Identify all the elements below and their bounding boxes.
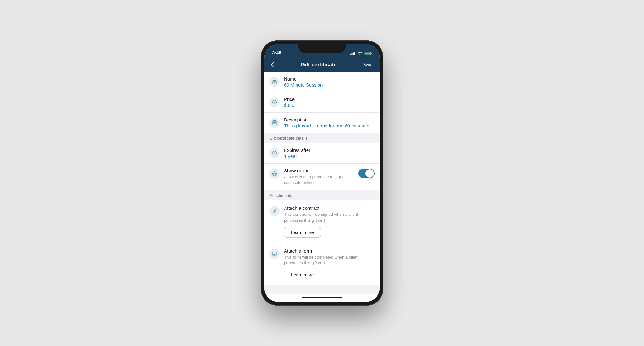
back-button[interactable] xyxy=(269,61,275,69)
section-header-attachments: Attachments xyxy=(264,190,380,200)
toggle-container[interactable] xyxy=(358,168,375,178)
description-content: Description This gift card is good for o… xyxy=(284,117,375,128)
svg-rect-2 xyxy=(353,53,354,56)
attach-form-inner: Attach a form This form will be complete… xyxy=(269,248,375,285)
status-time: 3:45 xyxy=(272,50,281,55)
name-row[interactable]: Name 60 Minute Session xyxy=(264,72,380,92)
status-icons xyxy=(350,52,372,55)
price-row[interactable]: $ Price $350 xyxy=(264,92,380,113)
phone-screen: 3:45 xyxy=(264,44,380,302)
contract-icon xyxy=(272,209,277,214)
svg-rect-1 xyxy=(352,53,353,55)
price-icon-container: $ xyxy=(269,97,280,107)
description-icon-container xyxy=(269,118,280,128)
svg-text:$: $ xyxy=(274,101,275,104)
battery-icon xyxy=(364,52,372,55)
form-learn-more-button[interactable]: Learn more xyxy=(284,270,321,280)
attach-form-content: Attach a form This form will be complete… xyxy=(284,248,375,285)
expires-value: 1 year xyxy=(284,153,375,159)
name-label: Name xyxy=(284,76,375,81)
attach-form-label: Attach a form xyxy=(284,248,375,254)
description-icon xyxy=(272,120,277,125)
attach-form-subtext: This form will be completed when a clien… xyxy=(284,254,375,266)
show-online-toggle[interactable] xyxy=(358,169,375,178)
attach-contract-label: Attach a contract xyxy=(284,205,375,211)
show-online-row[interactable]: Show online Allow clients to purchase th… xyxy=(264,164,380,190)
show-online-label: Show online xyxy=(284,168,354,173)
price-label: Price xyxy=(284,97,375,102)
svg-rect-5 xyxy=(365,53,370,55)
price-content: Price $350 xyxy=(284,97,375,108)
wifi-icon xyxy=(357,52,362,55)
phone-frame: 3:45 xyxy=(261,40,383,306)
notch xyxy=(298,44,346,53)
attach-contract-inner: Attach a contract This contract will be … xyxy=(269,205,375,243)
expires-label: Expires after xyxy=(284,148,375,153)
gift-icon xyxy=(272,79,277,84)
attach-contract-row[interactable]: Attach a contract This contract will be … xyxy=(264,200,380,243)
name-content: Name 60 Minute Session xyxy=(284,76,375,87)
show-online-content: Show online Allow clients to purchase th… xyxy=(284,168,354,186)
bottom-spacer xyxy=(264,285,380,293)
show-online-icon-container xyxy=(269,169,280,179)
save-button[interactable]: Save xyxy=(362,62,375,68)
signal-icon xyxy=(350,52,355,55)
name-icon-container xyxy=(269,77,280,87)
dollar-icon: $ xyxy=(272,100,277,105)
attach-form-row[interactable]: Attach a form This form will be complete… xyxy=(264,243,380,285)
name-value: 60 Minute Session xyxy=(284,82,375,87)
description-row[interactable]: Description This gift card is good for o… xyxy=(264,113,380,133)
nav-title: Gift certificate xyxy=(301,62,336,68)
form-icon-container xyxy=(269,249,280,259)
home-bar xyxy=(302,297,342,298)
svg-rect-3 xyxy=(354,52,355,55)
back-icon xyxy=(271,62,274,67)
price-value: $350 xyxy=(284,103,375,108)
clock-icon xyxy=(272,151,277,156)
svg-rect-0 xyxy=(350,54,351,55)
contract-learn-more-button[interactable]: Learn more xyxy=(284,227,321,238)
section-header-details: Gift certificate details xyxy=(264,133,380,143)
show-online-subtext: Allow clients to purchase this gift cert… xyxy=(284,174,354,186)
expires-icon-container xyxy=(269,148,280,158)
nav-bar: Gift certificate Save xyxy=(264,58,380,72)
form-icon xyxy=(272,251,277,256)
description-value: This gift card is good for one 60 minute… xyxy=(284,123,375,128)
home-indicator xyxy=(264,294,380,302)
content-scroll[interactable]: Name 60 Minute Session $ Price $350 xyxy=(264,72,380,294)
globe-icon xyxy=(272,171,277,176)
expires-content: Expires after 1 year xyxy=(284,148,375,159)
attach-contract-subtext: This contract will be signed when a clie… xyxy=(284,212,375,223)
description-label: Description xyxy=(284,117,375,122)
attach-contract-content: Attach a contract This contract will be … xyxy=(284,205,375,243)
contract-icon-container xyxy=(269,206,280,216)
expires-row[interactable]: Expires after 1 year xyxy=(264,143,380,164)
